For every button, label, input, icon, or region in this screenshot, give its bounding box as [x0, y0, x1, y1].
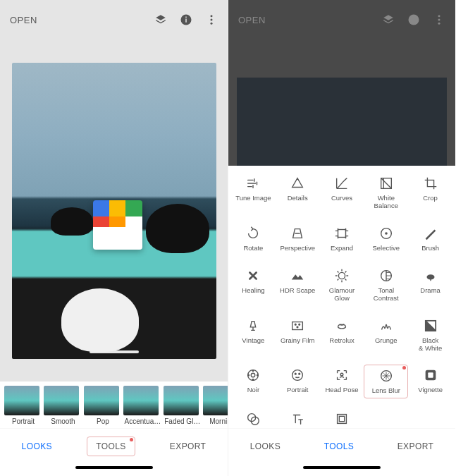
tool-lens-blur[interactable]: Lens Blur: [364, 365, 408, 398]
tool-healing[interactable]: Healing: [231, 265, 276, 305]
svg-point-9: [438, 23, 440, 25]
top-bar: OPEN: [0, 0, 228, 39]
tool-double-exposure[interactable]: Double Exposure: [231, 408, 276, 428]
tool-label: Head Pose: [325, 386, 358, 394]
svg-point-18: [299, 324, 300, 325]
curves-icon: [334, 176, 350, 191]
tool-grainy-film[interactable]: Grainy Film: [276, 315, 320, 355]
selective-icon: [378, 226, 394, 241]
tool-label: Selective: [373, 245, 400, 252]
tool-label: Brush: [421, 245, 439, 252]
image-canvas[interactable]: [0, 39, 228, 382]
tool-frames[interactable]: Frames: [320, 408, 364, 428]
svg-point-5: [211, 23, 213, 25]
layers-icon[interactable]: [154, 13, 167, 26]
tool-label: Vintage: [242, 337, 264, 345]
tool-selective[interactable]: Selective: [364, 223, 408, 255]
healing-icon: [245, 268, 261, 283]
tune-image-icon: [245, 176, 261, 191]
svg-point-30: [299, 374, 300, 375]
svg-point-28: [292, 370, 303, 381]
head-pose-icon: [334, 367, 350, 383]
svg-point-6: [409, 15, 419, 25]
portrait-icon: [290, 367, 305, 383]
tool-label: Details: [288, 195, 308, 202]
tool-label: White Balance: [374, 195, 398, 210]
dimmed-backdrop: OPEN: [228, 0, 455, 166]
info-icon[interactable]: [180, 13, 192, 26]
tool-perspective[interactable]: Perspective: [276, 223, 320, 255]
svg-point-26: [248, 375, 249, 377]
tool-label: Portrait: [287, 386, 309, 394]
svg-point-7: [438, 15, 440, 17]
tool-retrolux[interactable]: Retrolux: [320, 315, 364, 355]
tool-black-white[interactable]: Black & White: [408, 315, 452, 355]
tool-label: Drama: [420, 287, 440, 295]
layers-icon: [382, 13, 395, 26]
svg-point-13: [385, 232, 388, 235]
tool-curves[interactable]: Curves: [320, 173, 364, 213]
text-icon: [290, 411, 305, 427]
svg-point-19: [297, 327, 298, 328]
look-item[interactable]: Portrait: [4, 386, 42, 425]
look-item[interactable]: Faded Gl…: [164, 386, 202, 425]
more-icon[interactable]: [205, 13, 218, 26]
tool-label: Retrolux: [329, 337, 354, 345]
tool-text[interactable]: Text: [276, 408, 320, 428]
looks-strip: Portrait Smooth Pop Accentua… Faded Gl… …: [0, 382, 228, 428]
tool-expand[interactable]: Expand: [320, 223, 364, 255]
tool-label: Tonal Contrast: [374, 287, 399, 303]
look-item[interactable]: Accentua…: [123, 386, 161, 425]
tab-export[interactable]: EXPORT: [389, 437, 443, 456]
drama-icon: [423, 268, 438, 283]
tool-hdr-scape[interactable]: HDR Scape: [276, 265, 320, 305]
tool-tune-image[interactable]: Tune Image: [231, 173, 276, 213]
svg-point-31: [340, 374, 343, 377]
tab-tools[interactable]: TOOLS: [87, 437, 135, 456]
tool-portrait[interactable]: Portrait: [276, 365, 320, 398]
svg-rect-16: [292, 322, 303, 329]
svg-point-29: [295, 374, 297, 375]
home-indicator: [0, 463, 228, 476]
svg-point-8: [438, 19, 440, 21]
tool-drama[interactable]: Drama: [408, 265, 452, 305]
vignette-icon: [423, 367, 438, 383]
tool-head-pose[interactable]: Head Pose: [320, 365, 364, 398]
look-item[interactable]: Smooth: [44, 386, 82, 425]
home-indicator: [228, 463, 455, 476]
grainy-film-icon: [290, 318, 305, 334]
tool-grunge[interactable]: Grunge: [364, 315, 408, 355]
tool-vignette[interactable]: Vignette: [408, 365, 452, 398]
tool-brush[interactable]: Brush: [408, 223, 452, 255]
tool-tonal-contrast[interactable]: Tonal Contrast: [364, 265, 408, 305]
white-balance-icon: [378, 176, 394, 191]
tool-label: Glamour Glow: [329, 287, 355, 303]
svg-rect-37: [338, 415, 347, 424]
open-button[interactable]: OPEN: [10, 15, 154, 25]
more-icon: [433, 13, 445, 26]
crop-icon: [423, 176, 438, 191]
tool-noir[interactable]: Noir: [231, 365, 276, 398]
tool-label: Expand: [331, 245, 353, 252]
tab-export[interactable]: EXPORT: [161, 437, 215, 456]
tab-looks[interactable]: LOOKS: [242, 437, 289, 456]
tool-label: Grainy Film: [281, 337, 315, 345]
tool-vintage[interactable]: Vintage: [231, 315, 276, 355]
tool-details[interactable]: Details: [276, 173, 320, 213]
svg-point-14: [338, 272, 345, 279]
tab-tools[interactable]: TOOLS: [316, 437, 362, 456]
hdr-scape-icon: [290, 268, 305, 283]
tool-rotate[interactable]: Rotate: [231, 223, 276, 255]
look-item[interactable]: Morning: [203, 386, 228, 425]
bottom-tabs: LOOKS TOOLS EXPORT: [228, 428, 455, 463]
tab-looks[interactable]: LOOKS: [13, 437, 61, 456]
tool-white-balance[interactable]: White Balance: [364, 173, 408, 213]
tool-label: Grunge: [375, 337, 398, 345]
look-item[interactable]: Pop: [84, 386, 122, 425]
open-button-dim: OPEN: [238, 15, 382, 25]
black-white-icon: [423, 318, 438, 334]
rotate-icon: [245, 226, 261, 241]
tool-crop[interactable]: Crop: [408, 173, 452, 213]
noir-icon: [245, 367, 261, 383]
tool-glamour-glow[interactable]: Glamour Glow: [320, 265, 364, 305]
